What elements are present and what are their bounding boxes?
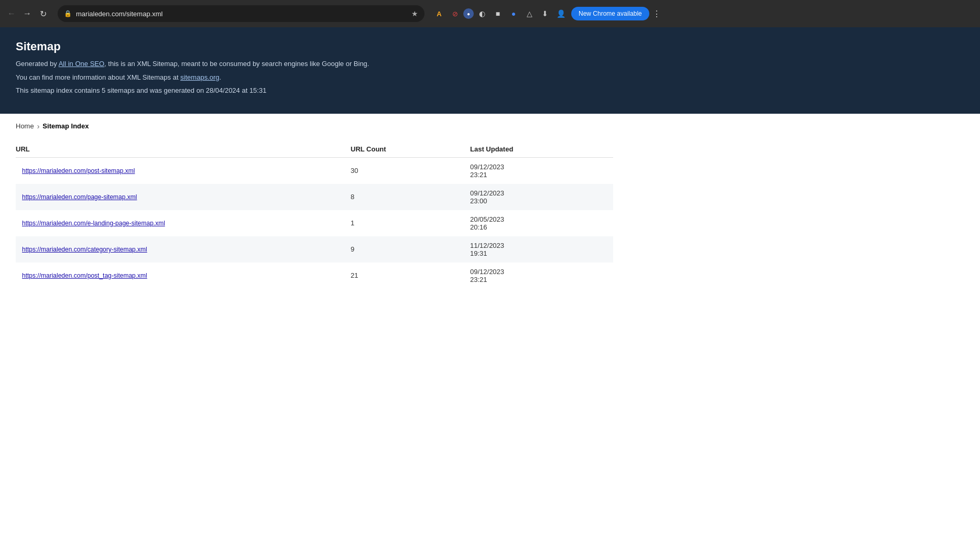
url-input[interactable] (76, 10, 407, 18)
url-count: 9 (344, 236, 464, 263)
ext-icon-6[interactable]: ● (506, 6, 521, 21)
forward-button[interactable]: → (20, 6, 35, 21)
col-header-url: URL (16, 141, 344, 158)
breadcrumb: Home › Sitemap Index (16, 122, 964, 130)
ext-icon-3[interactable]: ● (463, 8, 474, 19)
ext-icon-2[interactable]: ⊘ (448, 6, 462, 21)
lock-icon: 🔒 (64, 10, 72, 17)
sitemap-url-link[interactable]: https://marialeden.com/page-sitemap.xml (22, 193, 137, 201)
browser-chrome: ← → ↻ 🔒 ★ A ⊘ ● ◐ ■ ● △ ⬇ 👤 New Chrome a… (0, 0, 980, 27)
description-line2: You can find more information about XML … (16, 72, 964, 83)
breadcrumb-separator: › (37, 122, 40, 130)
ext-icon-5[interactable]: ■ (491, 6, 505, 21)
table-header-row: URL URL Count Last Updated (16, 141, 613, 158)
sitemap-url-link[interactable]: https://marialeden.com/post_tag-sitemap.… (22, 272, 147, 279)
bookmark-icon[interactable]: ★ (411, 9, 418, 18)
sitemap-table: URL URL Count Last Updated https://maria… (16, 141, 613, 289)
table-row: https://marialeden.com/post_tag-sitemap.… (16, 263, 613, 289)
table-row: https://marialeden.com/page-sitemap.xml8… (16, 184, 613, 210)
last-updated: 09/12/202323:21 (464, 263, 613, 289)
ext-icon-7[interactable]: △ (522, 6, 537, 21)
page-title: Sitemap (16, 40, 964, 53)
back-button[interactable]: ← (4, 6, 19, 21)
reload-button[interactable]: ↻ (36, 6, 50, 21)
breadcrumb-current: Sitemap Index (42, 122, 89, 130)
all-in-one-seo-link[interactable]: All in One SEO (59, 60, 104, 68)
last-updated: 09/12/202323:00 (464, 184, 613, 210)
url-count: 30 (344, 157, 464, 184)
sitemaps-org-link[interactable]: sitemaps.org (180, 73, 219, 81)
menu-button[interactable]: ⋮ (650, 7, 663, 21)
url-count: 21 (344, 263, 464, 289)
table-row: https://marialeden.com/category-sitemap.… (16, 236, 613, 263)
table-row: https://marialeden.com/e-landing-page-si… (16, 210, 613, 236)
page-header: Sitemap Generated by All in One SEO, thi… (0, 27, 980, 114)
ext-icon-8[interactable]: ⬇ (538, 6, 552, 21)
url-count: 1 (344, 210, 464, 236)
nav-buttons: ← → ↻ (4, 6, 50, 21)
col-header-updated: Last Updated (464, 141, 613, 158)
page-body: Home › Sitemap Index URL URL Count Last … (0, 114, 980, 297)
sitemap-url-link[interactable]: https://marialeden.com/e-landing-page-si… (22, 220, 165, 227)
last-updated: 09/12/202323:21 (464, 157, 613, 184)
description-line3: This sitemap index contains 5 sitemaps a… (16, 85, 964, 96)
table-row: https://marialeden.com/post-sitemap.xml3… (16, 157, 613, 184)
description-line1: Generated by All in One SEO, this is an … (16, 59, 964, 69)
ext-icon-4[interactable]: ◐ (475, 6, 489, 21)
url-count: 8 (344, 184, 464, 210)
col-header-count: URL Count (344, 141, 464, 158)
sitemap-url-link[interactable]: https://marialeden.com/post-sitemap.xml (22, 167, 135, 175)
browser-toolbar-right: A ⊘ ● ◐ ■ ● △ ⬇ 👤 New Chrome available ⋮ (432, 6, 663, 21)
address-bar[interactable]: 🔒 ★ (58, 5, 424, 22)
ext-icon-1[interactable]: A (432, 6, 447, 21)
breadcrumb-home[interactable]: Home (16, 122, 34, 130)
last-updated: 11/12/202319:31 (464, 236, 613, 263)
last-updated: 20/05/202320:16 (464, 210, 613, 236)
new-chrome-button[interactable]: New Chrome available (571, 7, 649, 20)
profile-icon[interactable]: 👤 (553, 6, 568, 21)
sitemap-url-link[interactable]: https://marialeden.com/category-sitemap.… (22, 246, 147, 253)
